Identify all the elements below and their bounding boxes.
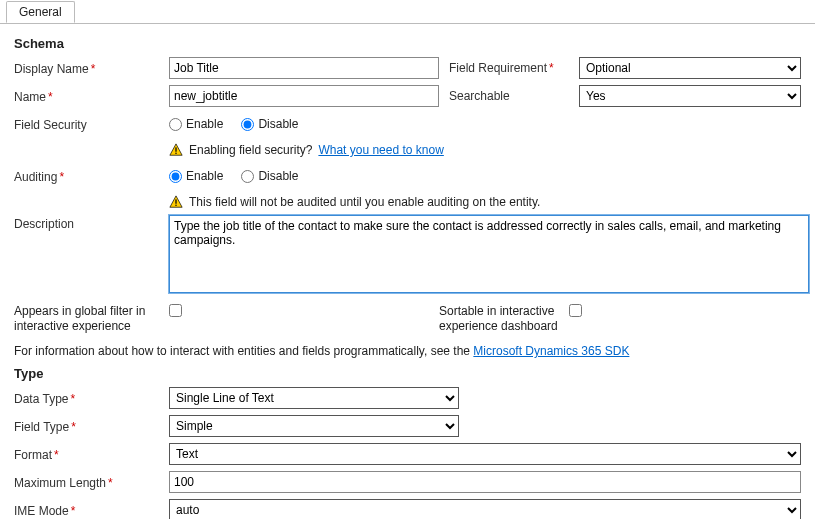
audit-warn-text: This field will not be audited until you… xyxy=(189,195,540,209)
field-requirement-label: Field Requirement* xyxy=(449,61,579,75)
name-label: Name* xyxy=(14,88,169,104)
security-warn-text: Enabling field security? xyxy=(189,143,312,157)
description-textarea[interactable]: Type the job title of the contact to mak… xyxy=(169,215,809,293)
field-requirement-select[interactable]: Optional xyxy=(579,57,801,79)
sortable-label: Sortable in interactive experience dashb… xyxy=(439,304,569,334)
field-security-enable-radio[interactable]: Enable xyxy=(169,117,223,131)
auditing-enable-radio[interactable]: Enable xyxy=(169,169,223,183)
svg-rect-4 xyxy=(175,199,176,203)
max-length-input[interactable] xyxy=(169,471,801,493)
data-type-label: Data Type* xyxy=(14,390,169,406)
searchable-select[interactable]: Yes xyxy=(579,85,801,107)
auditing-disable-radio[interactable]: Disable xyxy=(241,169,298,183)
security-warn-link[interactable]: What you need to know xyxy=(318,143,443,157)
field-security-disable-radio[interactable]: Disable xyxy=(241,117,298,131)
ime-mode-select[interactable]: auto xyxy=(169,499,801,519)
svg-rect-5 xyxy=(175,205,176,206)
svg-rect-2 xyxy=(175,153,176,154)
ime-mode-label: IME Mode* xyxy=(14,502,169,518)
sortable-checkbox[interactable] xyxy=(569,304,582,317)
name-input[interactable] xyxy=(169,85,439,107)
warning-icon xyxy=(169,195,183,209)
display-name-input[interactable] xyxy=(169,57,439,79)
description-label: Description xyxy=(14,215,169,231)
field-type-label: Field Type* xyxy=(14,418,169,434)
type-heading: Type xyxy=(14,366,801,381)
global-filter-label: Appears in global filter in interactive … xyxy=(14,304,169,334)
global-filter-checkbox[interactable] xyxy=(169,304,182,317)
auditing-label: Auditing* xyxy=(14,168,169,184)
data-type-select[interactable]: Single Line of Text xyxy=(169,387,459,409)
searchable-label: Searchable xyxy=(449,89,579,103)
max-length-label: Maximum Length* xyxy=(14,474,169,490)
display-name-label: Display Name* xyxy=(14,60,169,76)
field-type-select[interactable]: Simple xyxy=(169,415,459,437)
field-security-label: Field Security xyxy=(14,116,169,132)
sdk-link[interactable]: Microsoft Dynamics 365 SDK xyxy=(473,344,629,358)
format-select[interactable]: Text xyxy=(169,443,801,465)
schema-heading: Schema xyxy=(14,36,801,51)
format-label: Format* xyxy=(14,446,169,462)
svg-rect-1 xyxy=(175,147,176,151)
sdk-info: For information about how to interact wi… xyxy=(14,344,801,358)
tab-general[interactable]: General xyxy=(6,1,75,23)
warning-icon xyxy=(169,143,183,157)
